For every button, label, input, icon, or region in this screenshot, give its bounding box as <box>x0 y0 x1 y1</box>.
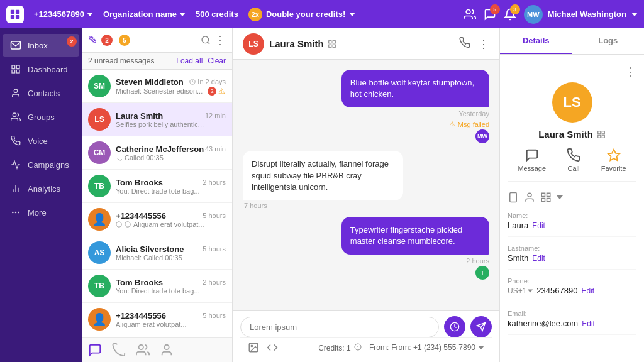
svg-rect-49 <box>541 193 545 196</box>
conv-avatar-num2: 👤 <box>88 308 111 331</box>
msg-avatar-group-1: MW <box>475 129 489 143</box>
conv-item-cm[interactable]: CM Catherine McJefferson 43 min Called 0… <box>82 136 232 170</box>
analytics-icon <box>10 183 21 194</box>
phone-number[interactable]: +1234567890 <box>34 9 93 19</box>
svg-rect-44 <box>602 135 604 138</box>
conv-tab-chat[interactable] <box>88 343 102 357</box>
svg-rect-2 <box>11 14 14 18</box>
sidebar-item-more[interactable]: More <box>3 201 79 224</box>
conv-warn-badge: 5 <box>116 35 130 46</box>
sidebar-item-voice[interactable]: Voice <box>3 129 79 152</box>
conv-item-tb2[interactable]: TB Tom Brooks 2 hours You: Direct trade … <box>82 270 232 303</box>
credits-info: Credits: 1 <box>318 343 362 353</box>
more-icon <box>10 207 21 218</box>
team-icon[interactable] <box>464 8 476 21</box>
main-layout: Inbox 2 Dashboard Contacts Groups Voic <box>0 28 644 362</box>
svg-point-36 <box>251 345 252 346</box>
conv-avatar-sm: SM <box>88 75 111 97</box>
svg-rect-12 <box>16 70 19 73</box>
field-name: Name: Laura Edit <box>508 212 636 237</box>
action-message-btn[interactable]: Message <box>518 148 546 172</box>
sidebar-item-contacts[interactable]: Contacts <box>3 82 79 104</box>
conv-item-num1[interactable]: 👤 +1234445556 5 hours Aliquam erat volut… <box>82 203 232 236</box>
conv-info-sm: Steven Middleton In 2 days Michael: Scen… <box>116 77 226 96</box>
double-credits-btn[interactable]: 2x Double your credits! <box>248 8 355 21</box>
chat-header-contact: LS Laura Smith <box>243 33 459 55</box>
from-info: From: From: +1 (234) 555-7890 <box>369 343 484 352</box>
logo[interactable] <box>6 6 24 23</box>
sidebar-item-inbox[interactable]: Inbox 2 <box>3 34 79 57</box>
person-icon <box>524 192 535 203</box>
call-btn[interactable] <box>459 37 470 50</box>
user-menu[interactable]: MW Michael Washington <box>524 5 638 24</box>
search-btn[interactable] <box>201 35 211 45</box>
org-name[interactable]: Organization name <box>103 9 186 19</box>
conv-item-as[interactable]: AS Alicia Silverstone 5 hours Michael: C… <box>82 236 232 270</box>
svg-rect-50 <box>547 193 550 196</box>
conv-tab-person[interactable] <box>160 343 174 357</box>
svg-point-13 <box>14 89 17 92</box>
svg-rect-28 <box>328 40 331 43</box>
conv-tab-group[interactable] <box>136 343 150 357</box>
conv-item-sm[interactable]: SM Steven Middleton In 2 days Michael: S… <box>82 70 232 103</box>
image-btn[interactable] <box>248 342 259 353</box>
action-favorite-btn[interactable]: Favorite <box>601 148 626 172</box>
chat-input[interactable] <box>240 317 439 337</box>
tab-details[interactable]: Details <box>500 28 572 54</box>
chat-icon[interactable]: 5 <box>484 8 496 21</box>
bell-badge: 3 <box>510 4 520 14</box>
svg-point-18 <box>12 212 14 214</box>
sidebar-item-analytics[interactable]: Analytics <box>3 177 79 200</box>
send-btn[interactable] <box>470 316 492 337</box>
dashboard-icon <box>10 63 21 75</box>
add-conv-icon[interactable]: ✎ <box>88 33 97 47</box>
code-btn[interactable] <box>267 342 278 353</box>
chat-badge: 5 <box>490 4 500 14</box>
svg-marker-53 <box>557 195 563 199</box>
unread-count: 2 <box>101 35 113 46</box>
conv-item-num2[interactable]: 👤 +1234445556 5 hours Aliquam erat volut… <box>82 303 232 336</box>
edit-phone-btn[interactable]: Edit <box>581 287 594 295</box>
tab-logs[interactable]: Logs <box>572 28 645 54</box>
msg-time-2: 7 hours <box>244 202 267 209</box>
conv-items: SM Steven Middleton In 2 days Michael: S… <box>82 70 232 337</box>
voice-icon <box>10 135 21 146</box>
load-all-btn[interactable]: Load all <box>176 57 203 65</box>
conv-item-ls[interactable]: LS Laura Smith 12 min Selfies pork belly… <box>82 103 232 136</box>
mobile-icon <box>508 192 519 203</box>
conversation-list: ✎ 2 5 ⋮ 2 unread messages Load all Clear… <box>82 28 233 362</box>
svg-marker-4 <box>87 13 93 16</box>
clear-btn[interactable]: Clear <box>208 57 226 65</box>
schedule-btn[interactable] <box>444 316 465 337</box>
details-body: ⋮ LS Laura Smith Message Call Favorite <box>500 55 644 362</box>
field-email: Email: katherine@lee.com Edit <box>508 310 636 335</box>
edit-name-btn[interactable]: Edit <box>532 221 545 230</box>
double-badge: 2x <box>248 8 262 21</box>
sidebar-item-campaigns[interactable]: Campaigns <box>3 153 79 176</box>
svg-line-22 <box>208 42 209 44</box>
svg-rect-9 <box>12 65 15 69</box>
details-kebab-icon[interactable]: ⋮ <box>625 65 636 79</box>
field-phone: Phone: US+1 234567890 Edit <box>508 277 636 302</box>
svg-marker-45 <box>608 150 619 160</box>
svg-rect-3 <box>16 14 19 18</box>
conv-more-btn[interactable]: ⋮ <box>214 33 226 47</box>
conv-tab-phone[interactable] <box>112 343 126 357</box>
chat-header-icons: ⋮ <box>459 37 489 51</box>
sidebar-item-groups[interactable]: Groups <box>3 106 79 128</box>
action-call-btn[interactable]: Call <box>567 148 580 172</box>
edit-email-btn[interactable]: Edit <box>582 319 595 328</box>
conv-item-tb1[interactable]: TB Tom Brooks 2 hours You: Direct trade … <box>82 170 232 203</box>
msg-avatar-group-3: T <box>475 266 489 280</box>
edit-lastname-btn[interactable]: Edit <box>532 254 545 263</box>
sidebar-item-dashboard[interactable]: Dashboard <box>3 58 79 80</box>
bell-icon[interactable]: 3 <box>504 8 516 21</box>
chat-bottom-bar: Credits: 1 From: From: +1 (234) 555-7890 <box>240 337 492 357</box>
warn-badge-sm: ⚠ <box>218 87 225 96</box>
svg-rect-29 <box>333 40 335 43</box>
chat-more-btn[interactable]: ⋮ <box>478 37 489 51</box>
conv-avatar-num1: 👤 <box>88 208 111 231</box>
svg-rect-1 <box>16 9 19 13</box>
unread-bar: 2 unread messages Load all Clear <box>82 53 232 70</box>
svg-rect-42 <box>602 131 604 133</box>
